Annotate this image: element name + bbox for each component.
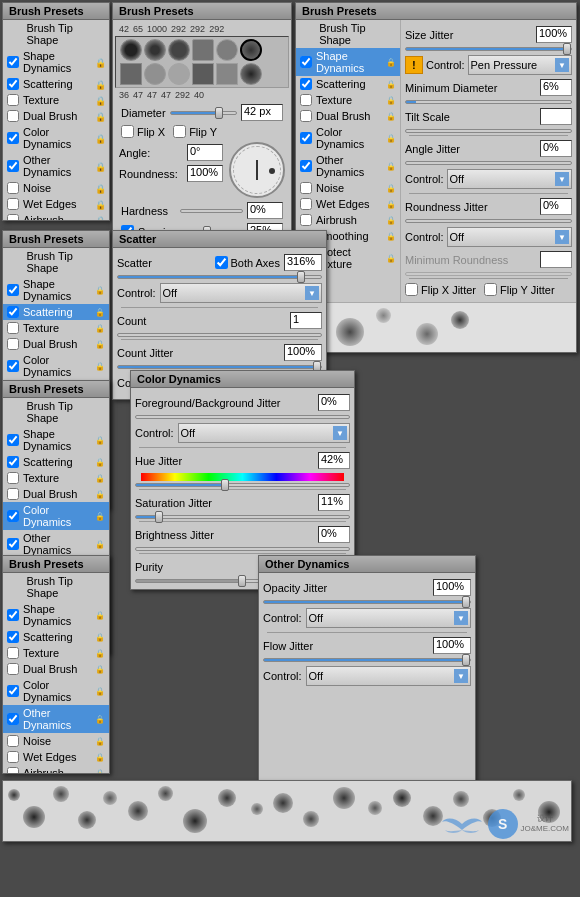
p4-scatter[interactable]: Scattering🔒 (3, 629, 109, 645)
min-diameter-slider[interactable] (405, 100, 572, 104)
opacity-jitter-value[interactable]: 100% (433, 579, 471, 596)
opacity-jitter-slider[interactable] (263, 600, 471, 604)
angle-value[interactable]: 0° (187, 144, 223, 161)
fg-bg-ctrl-dropdown[interactable]: Off ▼ (178, 423, 350, 443)
size-jitter-slider[interactable] (405, 47, 572, 51)
p3-color[interactable]: Color Dynamics🔒 (3, 502, 109, 530)
flip-y-checkbox[interactable] (173, 125, 186, 138)
bright-jitter-slider[interactable] (135, 547, 350, 551)
p3-tex[interactable]: Texture🔒 (3, 470, 109, 486)
brush-angle-diagram[interactable] (229, 142, 285, 198)
flow-ctrl-dropdown[interactable]: Off ▼ (306, 666, 471, 686)
angle-control-dropdown[interactable]: Off ▼ (447, 169, 572, 189)
p4-sd[interactable]: Shape Dynamics🔒 (3, 601, 109, 629)
fg-bg-value[interactable]: 0% (318, 394, 350, 411)
dual-brush-checkbox[interactable] (7, 110, 19, 122)
tip-thumb[interactable] (144, 63, 166, 85)
p3-other[interactable]: Other Dynamics🔒 (3, 530, 109, 558)
sat-jitter-value[interactable]: 11% (318, 494, 350, 511)
p2-color[interactable]: Color Dynamics🔒 (3, 352, 109, 380)
p4-other[interactable]: Other Dynamics🔒 (3, 705, 109, 733)
shape-dynamics-checkbox[interactable] (7, 56, 19, 68)
noise-checkbox[interactable] (7, 182, 19, 194)
min-diameter-value[interactable]: 6% (540, 79, 572, 96)
scatter-value[interactable]: 316% (284, 254, 322, 271)
airbrush-checkbox[interactable] (7, 214, 19, 220)
scatter-ctrl-dropdown[interactable]: Off ▼ (160, 283, 322, 303)
scatter-slider[interactable] (117, 275, 322, 279)
sd-texture[interactable]: Texture🔒 (296, 92, 400, 108)
tip-thumb[interactable] (192, 39, 214, 61)
wet-edges-item[interactable]: Wet Edges (3, 196, 109, 212)
sd-dual[interactable]: Dual Brush🔒 (296, 108, 400, 124)
p4-noise[interactable]: Noise🔒 (3, 733, 109, 749)
angle-jitter-value[interactable]: 0% (540, 140, 572, 157)
tip-thumb[interactable] (144, 39, 166, 61)
flow-jitter-value[interactable]: 100% (433, 637, 471, 654)
p3-tip[interactable]: Brush Tip Shape (3, 398, 109, 426)
tip-thumb[interactable] (120, 63, 142, 85)
count-jitter-value[interactable]: 100% (284, 344, 322, 361)
roundness-jitter-value[interactable]: 0% (540, 198, 572, 215)
scattering-checkbox[interactable] (7, 78, 19, 90)
tip-thumb[interactable] (216, 63, 238, 85)
color-dynamics-item[interactable]: Color Dynamics (3, 124, 109, 152)
flip-x-checkbox[interactable] (121, 125, 134, 138)
roundness-control-dropdown[interactable]: Off ▼ (447, 227, 572, 247)
tip-thumb[interactable] (120, 39, 142, 61)
tip-thumb[interactable] (168, 39, 190, 61)
dual-brush-item[interactable]: Dual Brush (3, 108, 109, 124)
p2-tex[interactable]: Texture🔒 (3, 320, 109, 336)
noise-item[interactable]: Noise (3, 180, 109, 196)
min-roundness-value[interactable] (540, 251, 572, 268)
wet-edges-checkbox[interactable] (7, 198, 19, 210)
other-dynamics-checkbox[interactable] (7, 160, 19, 172)
p4-tex[interactable]: Texture🔒 (3, 645, 109, 661)
p4-air[interactable]: Airbrush🔒 (3, 765, 109, 773)
sd-air[interactable]: Airbrush🔒 (296, 212, 400, 228)
sd-color[interactable]: Color Dynamics🔒 (296, 124, 400, 152)
color-dynamics-checkbox[interactable] (7, 132, 19, 144)
shape-dynamics-item[interactable]: Shape Dynamics (3, 48, 109, 76)
hue-jitter-value[interactable]: 42% (318, 452, 350, 469)
min-roundness-slider[interactable] (405, 272, 572, 276)
p2-scatter[interactable]: Scattering🔒 (3, 304, 109, 320)
texture-item[interactable]: Texture (3, 92, 109, 108)
size-jitter-value[interactable]: 100% (536, 26, 572, 43)
diameter-value[interactable]: 42 px (241, 104, 283, 121)
p3-dual[interactable]: Dual Brush🔒 (3, 486, 109, 502)
sd-scatter[interactable]: Scattering🔒 (296, 76, 400, 92)
roundness-value[interactable]: 100% (187, 165, 223, 182)
brush-tip-shape-item[interactable]: Brush Tip Shape (3, 20, 109, 48)
hue-jitter-slider[interactable] (135, 483, 350, 487)
bright-jitter-value[interactable]: 0% (318, 526, 350, 543)
p3-scatter[interactable]: Scattering🔒 (3, 454, 109, 470)
tip-thumb[interactable] (216, 39, 238, 61)
tip-thumb-selected[interactable] (240, 39, 262, 61)
other-dynamics-item[interactable]: Other Dynamics (3, 152, 109, 180)
flip-y-jitter-cb[interactable] (484, 283, 497, 296)
count-jitter-slider[interactable] (117, 365, 322, 369)
p2-dual[interactable]: Dual Brush🔒 (3, 336, 109, 352)
tip-thumb[interactable] (240, 63, 262, 85)
p4-color[interactable]: Color Dynamics🔒 (3, 677, 109, 705)
size-control-dropdown[interactable]: Pen Pressure ▼ (468, 55, 572, 75)
both-axes-cb[interactable] (215, 256, 228, 269)
sd-tip-shape[interactable]: Brush Tip Shape (296, 20, 400, 48)
sat-jitter-slider[interactable] (135, 515, 350, 519)
p4-tip[interactable]: Brush Tip Shape (3, 573, 109, 601)
tip-thumb[interactable] (168, 63, 190, 85)
tilt-scale-slider[interactable] (405, 129, 572, 133)
p3-sd[interactable]: Shape Dynamics🔒 (3, 426, 109, 454)
hardness-value[interactable]: 0% (247, 202, 283, 219)
flip-x-jitter-cb[interactable] (405, 283, 418, 296)
airbrush-item[interactable]: Airbrush (3, 212, 109, 220)
flow-jitter-slider[interactable] (263, 658, 471, 662)
sd-shape-dyn[interactable]: Shape Dynamics🔒 (296, 48, 400, 76)
roundness-jitter-slider[interactable] (405, 219, 572, 223)
p4-wet[interactable]: Wet Edges🔒 (3, 749, 109, 765)
tilt-scale-value[interactable] (540, 108, 572, 125)
count-slider[interactable] (117, 333, 322, 337)
fg-bg-slider[interactable] (135, 415, 350, 419)
diameter-slider[interactable] (170, 111, 237, 115)
